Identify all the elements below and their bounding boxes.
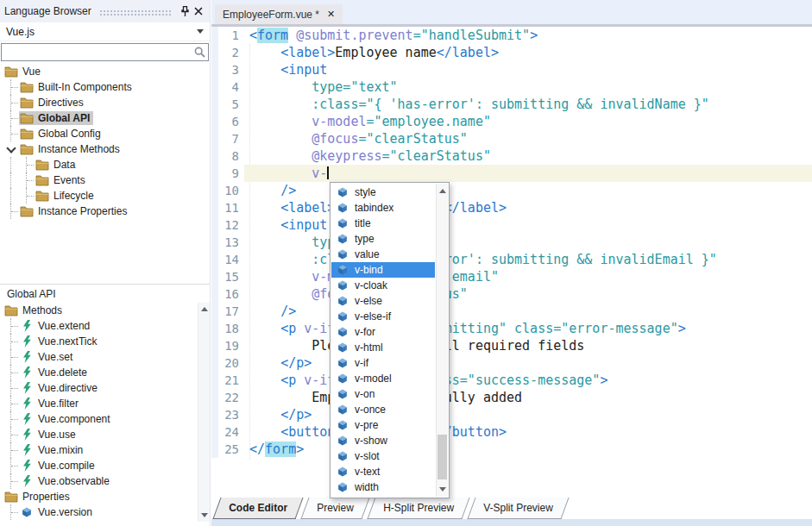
tree-item-vue-component[interactable]: Vue.component xyxy=(0,411,198,427)
editor-margin xyxy=(211,27,218,44)
editor-margin xyxy=(211,354,218,372)
code-line[interactable]: 20 </p> xyxy=(211,354,812,372)
autocomplete-item-v-once[interactable]: v-once xyxy=(331,402,435,417)
code-line[interactable]: 13 type="text" xyxy=(211,234,812,251)
tree-item-label: Global Config xyxy=(38,128,101,140)
autocomplete-item-v-html[interactable]: v-html xyxy=(331,340,435,355)
tree-item-vue-mixin[interactable]: Vue.mixin xyxy=(0,442,198,458)
autocomplete-item-value[interactable]: value xyxy=(331,247,435,262)
tree-item-lifecycle[interactable]: Lifecycle xyxy=(0,188,198,204)
tab-close-icon[interactable]: ✕ xyxy=(327,9,335,19)
tree-item-methods[interactable]: Methods xyxy=(0,303,198,318)
code-line[interactable]: 5 :class="{ 'has-error': submitting && i… xyxy=(211,96,812,113)
scroll-up-icon[interactable] xyxy=(201,307,208,311)
search-input[interactable] xyxy=(2,47,192,59)
autocomplete-item-v-slot[interactable]: v-slot xyxy=(331,448,435,464)
autocomplete-item-v-show[interactable]: v-show xyxy=(331,433,435,448)
code-line[interactable]: 21 <p v-if="success" class="success-mess… xyxy=(211,372,812,389)
view-tab-code-editor[interactable]: Code Editor xyxy=(212,498,303,519)
autocomplete-item-v-else[interactable]: v-else xyxy=(331,293,435,309)
autocomplete-item-v-cloak[interactable]: v-cloak xyxy=(331,278,435,293)
autocomplete-item-type[interactable]: type xyxy=(331,231,435,247)
document-tab[interactable]: EmployeeForm.vue * ✕ xyxy=(215,4,343,24)
autocomplete-item-v-model[interactable]: v-model xyxy=(331,371,435,386)
code-line[interactable]: 16 @focus="clearStatus" xyxy=(211,285,812,303)
code-line[interactable]: 2 <label>Employee name</label> xyxy=(211,44,812,61)
tree-item-properties[interactable]: Properties xyxy=(0,489,198,504)
tree-item-vue[interactable]: Vue xyxy=(0,64,198,79)
autocomplete-item-v-pre[interactable]: v-pre xyxy=(331,417,435,433)
line-number: 8 xyxy=(218,147,244,165)
code-line[interactable]: 11 <label>Employee Email</label> xyxy=(211,199,812,216)
language-selector[interactable]: Vue.js xyxy=(0,22,210,41)
code-line[interactable]: 18 <p v-if="error && submitting" class="… xyxy=(211,320,812,337)
code-line[interactable]: 6 v-model="employee.name" xyxy=(211,113,812,130)
autocomplete-item-v-bind[interactable]: v-bind xyxy=(331,262,435,278)
code-line[interactable]: 23 </p> xyxy=(211,406,812,423)
tree-item-data[interactable]: Data xyxy=(0,157,198,172)
scroll-up-icon[interactable] xyxy=(439,189,446,193)
code-line[interactable]: 12 <input xyxy=(211,216,812,234)
editor-margin xyxy=(211,406,218,423)
tree-item-vue-delete[interactable]: Vue.delete xyxy=(0,365,198,380)
folder-icon xyxy=(20,205,34,217)
code-line[interactable]: 17 /> xyxy=(211,303,812,320)
scrollbar-thumb[interactable] xyxy=(437,435,447,479)
code-editor[interactable]: 1<form @submit.prevent="handleSubmit">2 … xyxy=(211,27,812,498)
tree-item-global-config[interactable]: Global Config xyxy=(0,126,198,141)
chevron-expanded-icon[interactable] xyxy=(3,147,19,152)
code-line[interactable]: 19 Please fill out all required fields xyxy=(211,337,812,354)
tree-item-directives[interactable]: Directives xyxy=(0,95,198,110)
autocomplete-item-style[interactable]: style xyxy=(331,185,435,200)
drag-grip[interactable] xyxy=(99,9,171,16)
code-text: @focus="clearStatus" xyxy=(244,130,812,147)
tree-item-built-in-components[interactable]: Built-In Components xyxy=(0,79,198,95)
close-icon[interactable] xyxy=(192,4,205,18)
autocomplete-item-v-else-if[interactable]: v-else-if xyxy=(331,309,435,324)
tree-item-instance-properties[interactable]: Instance Properties xyxy=(0,204,198,219)
autocomplete-item-v-text[interactable]: v-text xyxy=(331,464,435,479)
code-text: <label>Employee name</label> xyxy=(244,44,812,61)
tree-item-vue-nexttick[interactable]: Vue.nextTick xyxy=(0,334,198,349)
tree-item-vue-observable[interactable]: Vue.observable xyxy=(0,473,198,489)
tree-item-content: Vue.compile xyxy=(19,459,98,473)
tree-item-events[interactable]: Events xyxy=(0,172,198,188)
tree-item-vue-filter[interactable]: Vue.filter xyxy=(0,396,198,411)
tree-item-vue-compile[interactable]: Vue.compile xyxy=(0,458,198,473)
view-tab-v-split-preview[interactable]: V-Split Preview xyxy=(467,498,569,519)
pin-icon[interactable] xyxy=(178,4,192,18)
code-line[interactable]: 22 Employee successfully added xyxy=(211,389,812,406)
autocomplete-scrollbar[interactable] xyxy=(436,184,448,497)
tree-item-vue-set[interactable]: Vue.set xyxy=(0,349,198,365)
code-line[interactable]: 14 :class="{ 'has-error': submitting && … xyxy=(211,251,812,268)
code-line[interactable]: 25</form> xyxy=(211,441,812,458)
bolt-icon xyxy=(20,335,34,348)
scroll-down-icon[interactable] xyxy=(439,487,446,492)
code-line[interactable]: 9 v- xyxy=(211,165,812,182)
autocomplete-item-v-for[interactable]: v-for xyxy=(331,324,435,340)
code-line[interactable]: 24 <button>Add Employee</button> xyxy=(211,423,812,441)
code-line[interactable]: 3 <input xyxy=(211,61,812,78)
code-line[interactable]: 8 @keypress="clearStatus" xyxy=(211,147,812,165)
scroll-down-icon[interactable] xyxy=(201,513,208,517)
autocomplete-item-v-if[interactable]: v-if xyxy=(331,355,435,371)
tree-item-global-api[interactable]: Global API xyxy=(0,110,198,126)
autocomplete-item-v-on[interactable]: v-on xyxy=(331,386,435,402)
view-tab-preview[interactable]: Preview xyxy=(300,498,369,519)
code-line[interactable]: 7 @focus="clearStatus" xyxy=(211,130,812,147)
tree-item-vue-version[interactable]: Vue.version xyxy=(0,504,198,520)
tree-scrollbar[interactable] xyxy=(198,303,210,522)
property-icon xyxy=(336,248,349,260)
autocomplete-item-title[interactable]: title xyxy=(331,216,435,231)
autocomplete-item-width[interactable]: width xyxy=(331,479,435,495)
view-tab-h-split-preview[interactable]: H-Split Preview xyxy=(367,498,469,519)
tree-item-vue-use[interactable]: Vue.use xyxy=(0,427,198,442)
code-line[interactable]: 4 type="text" xyxy=(211,78,812,96)
tree-item-instance-methods[interactable]: Instance Methods xyxy=(0,141,198,157)
autocomplete-item-tabindex[interactable]: tabindex xyxy=(331,200,435,216)
code-line[interactable]: 10 /> xyxy=(211,182,812,199)
tree-item-vue-directive[interactable]: Vue.directive xyxy=(0,380,198,396)
code-line[interactable]: 1<form @submit.prevent="handleSubmit"> xyxy=(211,27,812,44)
tree-item-vue-extend[interactable]: Vue.extend xyxy=(0,318,198,334)
code-line[interactable]: 15 v-model="employee.email" xyxy=(211,268,812,285)
